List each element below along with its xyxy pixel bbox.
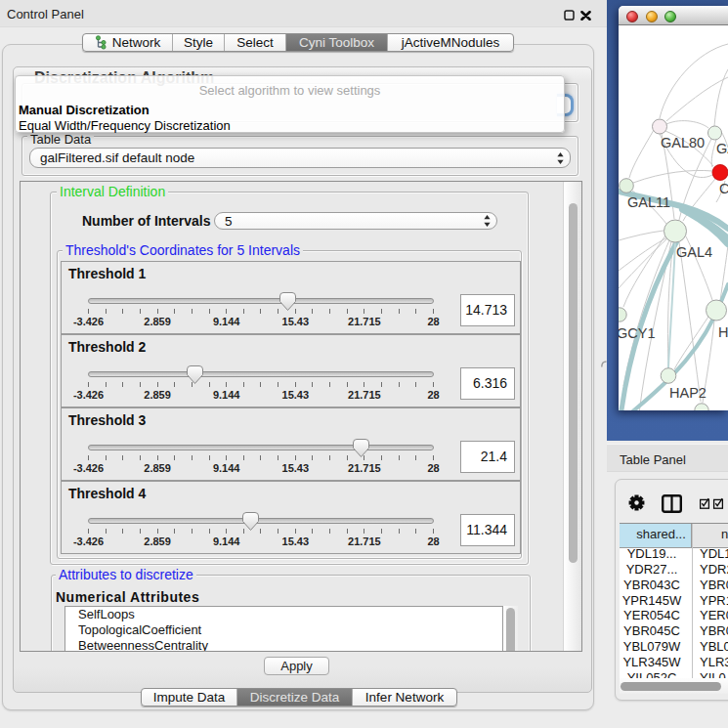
svg-text:GA: GA <box>716 141 728 156</box>
svg-text:GAL80: GAL80 <box>661 135 705 150</box>
svg-text:HAP2: HAP2 <box>669 385 707 401</box>
svg-text:GCY1: GCY1 <box>619 325 656 341</box>
svg-text:GAL4: GAL4 <box>676 244 712 260</box>
svg-text:GAL11: GAL11 <box>627 194 670 210</box>
svg-text:H: H <box>718 324 728 340</box>
svg-text:C: C <box>719 181 728 196</box>
